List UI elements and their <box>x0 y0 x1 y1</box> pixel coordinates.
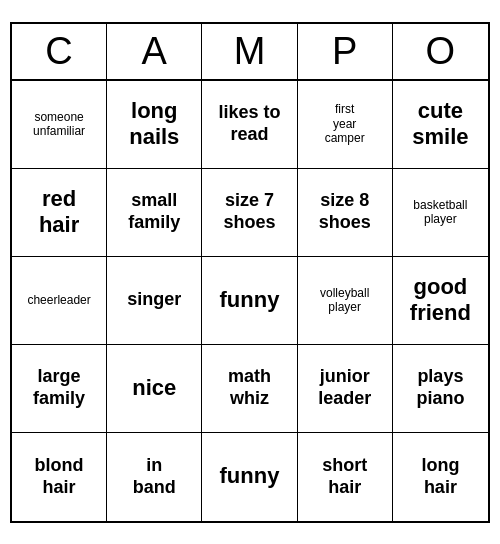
header-letter-o: O <box>393 24 488 79</box>
cell-text-5: red hair <box>39 186 79 239</box>
cell-text-3: first year camper <box>325 102 365 145</box>
bingo-cell-21: in band <box>107 433 202 521</box>
bingo-cell-2: likes to read <box>202 81 297 169</box>
bingo-cell-5: red hair <box>12 169 107 257</box>
cell-text-8: size 8 shoes <box>319 190 371 233</box>
cell-text-12: funny <box>220 287 280 313</box>
cell-text-20: blond hair <box>35 455 84 498</box>
bingo-cell-7: size 7 shoes <box>202 169 297 257</box>
cell-text-6: small family <box>128 190 180 233</box>
cell-text-16: nice <box>132 375 176 401</box>
cell-text-22: funny <box>220 463 280 489</box>
bingo-cell-16: nice <box>107 345 202 433</box>
bingo-cell-10: cheerleader <box>12 257 107 345</box>
cell-text-0: someone unfamiliar <box>33 110 85 139</box>
bingo-cell-15: large family <box>12 345 107 433</box>
bingo-cell-14: good friend <box>393 257 488 345</box>
cell-text-17: math whiz <box>228 366 271 409</box>
bingo-cell-23: short hair <box>298 433 393 521</box>
bingo-cell-3: first year camper <box>298 81 393 169</box>
cell-text-9: basketball player <box>413 198 467 227</box>
header-letter-m: M <box>202 24 297 79</box>
cell-text-18: junior leader <box>318 366 371 409</box>
header-row: CAMPO <box>12 24 488 81</box>
cell-text-23: short hair <box>322 455 367 498</box>
bingo-cell-9: basketball player <box>393 169 488 257</box>
cell-text-14: good friend <box>410 274 471 327</box>
bingo-cell-22: funny <box>202 433 297 521</box>
bingo-card: CAMPO someone unfamiliarlong nailslikes … <box>10 22 490 523</box>
bingo-cell-0: someone unfamiliar <box>12 81 107 169</box>
bingo-cell-13: volleyball player <box>298 257 393 345</box>
cell-text-1: long nails <box>129 98 179 151</box>
bingo-cell-11: singer <box>107 257 202 345</box>
bingo-cell-17: math whiz <box>202 345 297 433</box>
bingo-cell-1: long nails <box>107 81 202 169</box>
header-letter-p: P <box>298 24 393 79</box>
cell-text-7: size 7 shoes <box>223 190 275 233</box>
cell-text-24: long hair <box>421 455 459 498</box>
bingo-grid: someone unfamiliarlong nailslikes to rea… <box>12 81 488 521</box>
cell-text-10: cheerleader <box>27 293 90 307</box>
header-letter-a: A <box>107 24 202 79</box>
bingo-cell-4: cute smile <box>393 81 488 169</box>
bingo-cell-12: funny <box>202 257 297 345</box>
bingo-cell-6: small family <box>107 169 202 257</box>
header-letter-c: C <box>12 24 107 79</box>
cell-text-15: large family <box>33 366 85 409</box>
bingo-cell-20: blond hair <box>12 433 107 521</box>
bingo-cell-8: size 8 shoes <box>298 169 393 257</box>
cell-text-11: singer <box>127 289 181 311</box>
cell-text-2: likes to read <box>218 102 280 145</box>
bingo-cell-19: plays piano <box>393 345 488 433</box>
cell-text-21: in band <box>133 455 176 498</box>
bingo-cell-18: junior leader <box>298 345 393 433</box>
cell-text-4: cute smile <box>412 98 468 151</box>
cell-text-19: plays piano <box>416 366 464 409</box>
cell-text-13: volleyball player <box>320 286 369 315</box>
bingo-cell-24: long hair <box>393 433 488 521</box>
